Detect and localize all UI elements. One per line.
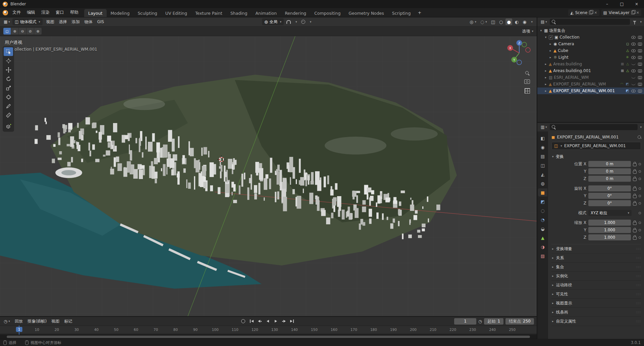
animate-property-dot[interactable] <box>639 178 641 180</box>
section-visibility[interactable]: ▸可见性∷∷ <box>551 290 641 299</box>
section-instancing[interactable]: ▸实例化∷∷ <box>551 272 641 281</box>
workspace-tab-sculpting[interactable]: Sculpting <box>133 9 161 17</box>
transform-orientation-selector[interactable]: ◍ 全局 ▾ <box>262 18 284 25</box>
rotation-mode-select[interactable]: XYZ 欧拉▾ <box>588 210 632 216</box>
menu-file[interactable]: 文件 <box>9 8 24 17</box>
play-button[interactable] <box>272 318 279 325</box>
play-reverse-button[interactable] <box>264 318 271 325</box>
properties-search[interactable] <box>550 124 638 130</box>
proportional-editing-dropdown[interactable]: ▾ <box>308 18 313 25</box>
section-relations[interactable]: ▸关系∷∷ <box>551 253 641 263</box>
lock-icon[interactable] <box>633 163 637 166</box>
camera-visibility-icon[interactable] <box>638 83 642 86</box>
collection-checkbox[interactable]: ✓ <box>549 35 553 40</box>
eye-closed-icon[interactable] <box>631 83 636 85</box>
select-mode-subtract[interactable]: ⊖ <box>19 28 26 35</box>
zoom-icon[interactable] <box>525 71 529 75</box>
properties-tab-constraints[interactable]: ◒ <box>538 225 547 233</box>
viewport-menu-add[interactable]: 添加 <box>69 17 82 26</box>
new-scene-icon[interactable] <box>589 11 592 14</box>
properties-tab-view-layer[interactable]: ◫ <box>538 161 547 169</box>
camera-visibility-icon[interactable] <box>638 36 642 39</box>
properties-tab-tool[interactable]: ◧ <box>538 134 547 142</box>
disclosure-right-icon[interactable]: ▸ <box>549 42 552 46</box>
camera-visibility-icon[interactable] <box>638 69 642 72</box>
number-field[interactable]: 0° <box>588 193 631 199</box>
pin-icon[interactable] <box>638 135 641 139</box>
eye-open-icon[interactable] <box>631 49 636 52</box>
disclosure-right-icon[interactable]: ▸ <box>549 49 552 52</box>
camera-visibility-icon[interactable] <box>638 90 642 93</box>
lock-icon[interactable] <box>633 178 637 181</box>
timeline-menu-markers[interactable]: 标记 <box>62 317 74 326</box>
select-mode-invert[interactable]: ⊘ <box>26 28 34 35</box>
disclosure-right-icon[interactable]: ▸ <box>549 56 552 59</box>
tool-transform[interactable] <box>4 93 13 101</box>
number-field[interactable]: 0 m <box>588 161 631 167</box>
disclosure-right-icon[interactable]: ▸ <box>544 69 547 72</box>
animate-property-dot[interactable] <box>639 236 641 239</box>
disclosure-right-icon[interactable]: ▸ <box>544 62 547 66</box>
jump-to-start-button[interactable] <box>248 318 255 325</box>
eye-closed-icon[interactable] <box>631 76 636 78</box>
tool-measure[interactable] <box>4 111 13 119</box>
viewport-menu-view[interactable]: 视图 <box>44 17 57 26</box>
animate-property-dot[interactable] <box>639 222 641 224</box>
camera-visibility-icon[interactable] <box>638 49 642 52</box>
jump-to-end-button[interactable] <box>288 318 296 325</box>
disclosure-down-icon[interactable]: ▾ <box>544 36 547 39</box>
tool-annotate[interactable] <box>4 102 13 110</box>
section-viewport-display[interactable]: ▸视图显示∷∷ <box>551 299 641 308</box>
jump-to-prev-keyframe-button[interactable] <box>256 318 263 325</box>
workspace-tab-compositing[interactable]: Compositing <box>310 9 344 17</box>
add-workspace-button[interactable]: + <box>415 10 424 15</box>
shading-solid-button[interactable]: ● <box>505 18 512 25</box>
camera-visibility-icon[interactable] <box>638 63 642 66</box>
select-mode-intersect[interactable]: ⊗ <box>34 28 42 35</box>
tool-cursor[interactable] <box>4 56 13 65</box>
outliner-row-light[interactable]: ▸☼Light☼ <box>537 54 644 61</box>
workspace-tab-layout[interactable]: Layout <box>84 9 107 17</box>
lock-icon[interactable] <box>633 171 637 174</box>
properties-tab-modifiers[interactable]: ◩ <box>538 197 547 206</box>
timeline-menu-view[interactable]: 视图 <box>49 317 62 326</box>
viewport-scene[interactable] <box>0 36 537 316</box>
section-custom-properties[interactable]: ▸自定义属性∷∷ <box>551 317 641 326</box>
eye-open-icon[interactable] <box>631 69 636 72</box>
number-field[interactable]: 0° <box>588 200 631 206</box>
properties-tab-physics[interactable]: ◔ <box>538 216 547 224</box>
menu-help[interactable]: 帮助 <box>67 8 82 17</box>
tool-rotate[interactable] <box>4 74 13 83</box>
mode-selector[interactable]: ◫ 物体模式 ▾ <box>12 18 43 25</box>
camera-view-icon[interactable] <box>524 79 530 84</box>
jump-to-next-keyframe-button[interactable] <box>280 318 287 325</box>
animate-property-dot[interactable] <box>639 229 641 231</box>
outliner-row-esri-aerial-wm[interactable]: ▸▨ESRI_AERIAL_WM <box>537 74 644 81</box>
tool-add-cube[interactable] <box>4 122 13 131</box>
filter-icon[interactable] <box>633 21 636 23</box>
eye-open-icon[interactable] <box>631 56 636 59</box>
lock-icon[interactable] <box>633 188 637 191</box>
outliner-row-export-esri-aerial-wm[interactable]: ▸▲EXPORT_ESRI_AERIAL_WM◠◩ <box>537 81 644 88</box>
shading-wireframe-button[interactable]: ○ <box>498 18 504 25</box>
workspace-tab-modeling[interactable]: Modeling <box>107 9 134 17</box>
animate-property-dot[interactable] <box>639 195 641 197</box>
snap-settings-dropdown[interactable]: ▾ <box>293 18 299 25</box>
properties-tab-object[interactable]: ■ <box>538 188 547 196</box>
properties-tab-scene[interactable]: ◭ <box>538 170 547 178</box>
outliner-search-input[interactable] <box>557 19 628 24</box>
transform-panel-header[interactable]: ▾ 变换 <box>551 153 641 161</box>
section-line-art[interactable]: ▸线条画∷∷ <box>551 308 641 317</box>
eye-open-icon[interactable] <box>631 43 636 46</box>
lock-icon[interactable] <box>633 237 637 240</box>
properties-editor-type-button[interactable]: ▥▾ <box>540 125 548 129</box>
shading-material-button[interactable]: ◐ <box>514 18 520 25</box>
number-field[interactable]: 1.000 <box>588 220 631 226</box>
unlink-scene-icon[interactable]: × <box>594 10 597 15</box>
section-motion-paths[interactable]: ▸运动路径∷∷ <box>551 281 641 290</box>
workspace-tab-uv-editing[interactable]: UV Editing <box>161 9 191 17</box>
eye-open-icon[interactable] <box>631 90 636 93</box>
minimize-button[interactable]: – <box>600 0 614 8</box>
new-view-layer-icon[interactable] <box>631 11 635 14</box>
outliner-row-areas-building[interactable]: ▸▲Areas:building▩△ <box>537 61 644 67</box>
